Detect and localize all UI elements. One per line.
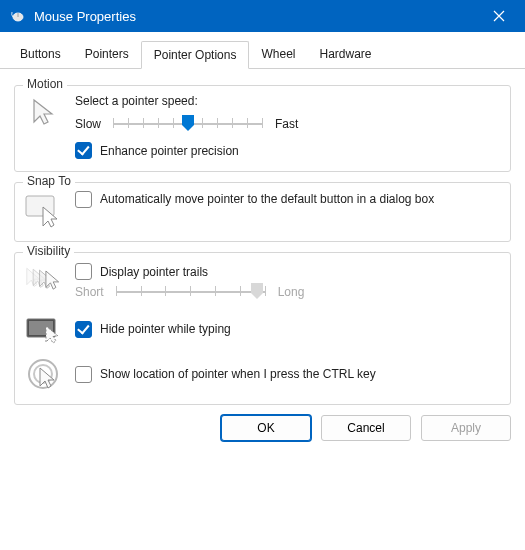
snap-to-icon xyxy=(25,191,65,229)
window-title: Mouse Properties xyxy=(34,9,476,24)
pointer-trails-label: Display pointer trails xyxy=(100,265,208,279)
mouse-icon xyxy=(10,9,26,23)
cancel-button[interactable]: Cancel xyxy=(321,415,411,441)
long-label: Long xyxy=(278,285,305,299)
tab-buttons[interactable]: Buttons xyxy=(8,41,73,69)
short-label: Short xyxy=(75,285,104,299)
pointer-trails-icon xyxy=(25,263,65,297)
group-motion: Motion Select a pointer speed: Slow xyxy=(14,85,511,172)
show-location-icon xyxy=(25,356,65,392)
show-location-checkbox[interactable] xyxy=(75,366,92,383)
ok-button[interactable]: OK xyxy=(221,415,311,441)
group-title-motion: Motion xyxy=(23,77,67,91)
tab-content: Motion Select a pointer speed: Slow xyxy=(0,69,525,405)
tab-pointer-options[interactable]: Pointer Options xyxy=(141,41,250,69)
group-snap-to: Snap To Automatically move pointer to th… xyxy=(14,182,511,242)
slow-label: Slow xyxy=(75,117,101,131)
fast-label: Fast xyxy=(275,117,298,131)
show-location-label: Show location of pointer when I press th… xyxy=(100,367,376,381)
select-pointer-speed-label: Select a pointer speed: xyxy=(75,94,500,108)
hide-typing-icon xyxy=(25,314,65,344)
tab-pointers[interactable]: Pointers xyxy=(73,41,141,69)
pointer-speed-slider[interactable] xyxy=(113,114,263,134)
hide-typing-label: Hide pointer while typing xyxy=(100,322,231,336)
pointer-trails-checkbox[interactable] xyxy=(75,263,92,280)
title-bar: Mouse Properties xyxy=(0,0,525,32)
group-visibility: Visibility Display pointer trails Short xyxy=(14,252,511,405)
enhance-precision-checkbox[interactable] xyxy=(75,142,92,159)
tab-hardware[interactable]: Hardware xyxy=(307,41,383,69)
group-title-snapto: Snap To xyxy=(23,174,75,188)
close-button[interactable] xyxy=(476,0,521,32)
tab-wheel[interactable]: Wheel xyxy=(249,41,307,69)
snap-to-checkbox[interactable] xyxy=(75,191,92,208)
group-title-visibility: Visibility xyxy=(23,244,74,258)
hide-typing-checkbox[interactable] xyxy=(75,321,92,338)
tab-strip: Buttons Pointers Pointer Options Wheel H… xyxy=(0,32,525,69)
snap-to-label: Automatically move pointer to the defaul… xyxy=(100,191,434,207)
dialog-buttons: OK Cancel Apply xyxy=(0,405,525,451)
enhance-precision-label: Enhance pointer precision xyxy=(100,144,239,158)
apply-button: Apply xyxy=(421,415,511,441)
pointer-speed-icon xyxy=(25,94,65,130)
pointer-trails-slider xyxy=(116,282,266,302)
